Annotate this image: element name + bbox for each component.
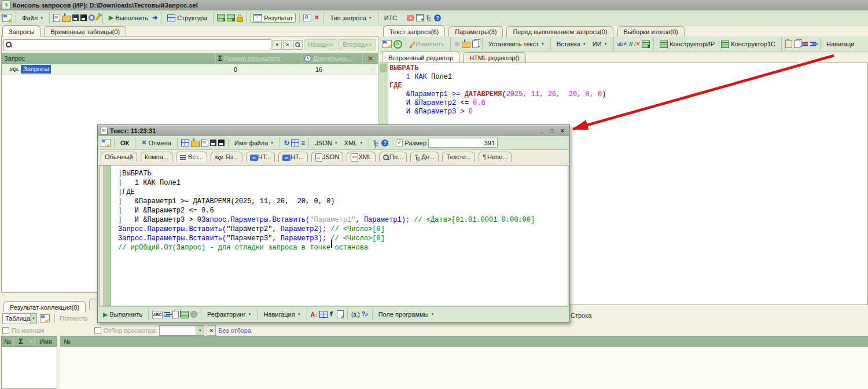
load-file-icon[interactable] [191, 141, 200, 147]
structure-button[interactable]: Структура [165, 14, 209, 22]
ai-menu[interactable]: ИИ▼ [590, 40, 610, 48]
video-icon[interactable] [407, 15, 414, 21]
metadata-tree-icon[interactable] [425, 14, 432, 21]
column-delete[interactable]: ✕ [363, 53, 378, 64]
constructor-ir-button[interactable]: КонструкторИР [657, 40, 717, 49]
run-button[interactable]: ▶Выполнить [101, 310, 145, 319]
query-row[interactable]: SQL Запросы 0 16 ○ [2, 64, 378, 75]
column-k[interactable]: К [28, 336, 35, 346]
tab-queries[interactable]: Запросы [2, 25, 41, 36]
tab-json[interactable]: JSON [311, 152, 343, 162]
cancel-button[interactable]: ✕Отмена [139, 138, 174, 147]
syntax-help-icon[interactable]: ?⌕ [362, 311, 369, 318]
query-type-menu[interactable]: Тип запроса▼ [328, 14, 374, 22]
filter-checkbox[interactable] [94, 327, 101, 334]
form-settings-icon[interactable] [382, 40, 392, 48]
compare-icon[interactable] [319, 311, 328, 318]
column-num[interactable]: № [2, 336, 14, 346]
sort-icon[interactable]: А↓ [311, 311, 318, 318]
font-icon[interactable] [303, 14, 311, 21]
format-table-icon[interactable] [181, 311, 189, 318]
table-3-icon[interactable]: 3 [217, 14, 225, 21]
goto-definition-icon[interactable] [329, 311, 335, 318]
view-select[interactable]: Таблица ▼ [2, 313, 37, 324]
settings-icon[interactable] [89, 14, 95, 21]
tab-plain[interactable]: Обычный [101, 152, 137, 162]
copy-fragment-icon[interactable] [172, 311, 179, 318]
uncomment-icon[interactable]: /✕ [634, 41, 640, 47]
by-names-checkbox[interactable] [2, 327, 9, 334]
run-button[interactable]: ▶Выполнить [106, 13, 150, 22]
tree-icon[interactable] [373, 140, 380, 146]
filter-combo-arrow[interactable]: ▼ [196, 326, 204, 335]
open-file-icon[interactable] [62, 16, 71, 22]
continue-icon[interactable]: ➔ [152, 14, 157, 21]
clear-result-icon[interactable]: ✕ [313, 14, 320, 21]
tab-builtin[interactable]: Вст... [176, 152, 207, 162]
tab-xml[interactable]: <>XML [347, 152, 376, 162]
compare-icon[interactable] [472, 41, 479, 48]
filter-clear-button[interactable]: ✕ [207, 325, 216, 336]
save-icon[interactable] [210, 140, 216, 146]
column-name[interactable]: Имя [35, 336, 57, 346]
comment-icon[interactable]: // [629, 41, 632, 47]
tab-html1[interactable]: mНТ... [246, 152, 275, 162]
tab-search[interactable]: По... [379, 152, 407, 162]
tab-totals[interactable]: Выборки итогов(0) [617, 26, 685, 36]
reload-icon[interactable]: ↻ [284, 139, 289, 147]
save-as-icon[interactable] [80, 14, 87, 21]
size-input[interactable] [428, 138, 498, 148]
console-icon[interactable] [393, 40, 402, 49]
insert-menu[interactable]: Вставка▼ [554, 40, 589, 48]
tab-tree[interactable]: Де... [410, 152, 439, 162]
tab-compact[interactable]: Компа... [141, 152, 172, 162]
column-query[interactable]: Запрос [2, 53, 216, 64]
result-column-num[interactable]: № [64, 338, 71, 345]
tab-text[interactable]: Тексто... [442, 152, 475, 162]
result-button[interactable]: Результат [251, 13, 296, 23]
navigation-menu[interactable]: Навигаци [824, 40, 856, 48]
form-settings-icon[interactable] [2, 14, 12, 22]
search-dropdown-button[interactable]: ▼ [273, 40, 282, 50]
service-icon[interactable] [95, 14, 101, 21]
minimize-button[interactable]: _ [538, 127, 546, 135]
close-button[interactable]: ✕ [558, 127, 567, 135]
json-menu[interactable]: JSON▼ [312, 139, 340, 147]
form-settings-icon[interactable] [101, 139, 111, 147]
tab-nonprint[interactable]: ¶Непе... [479, 152, 512, 162]
tab-sql[interactable]: SQLЯз... [211, 152, 242, 162]
form-settings-icon[interactable] [40, 314, 50, 322]
calendar-add-icon[interactable] [416, 14, 424, 21]
syntax-check-icon[interactable]: АВС [152, 311, 163, 318]
its-button[interactable]: ИТС [382, 14, 400, 22]
tab-builtin-editor[interactable]: Встроенный редактор [382, 52, 459, 63]
set-text-menu[interactable]: Установить текст▼ [486, 40, 547, 48]
edit-button[interactable]: Изменить [410, 40, 447, 48]
help-icon[interactable]: ? [434, 14, 441, 21]
tab-before-run[interactable]: Перед выполнением запроса(0) [506, 26, 613, 36]
view-select-arrow[interactable]: ▼ [30, 314, 36, 324]
tab-parameters[interactable]: Параметры(3) [448, 26, 503, 36]
table-3-icon[interactable]: 3 [642, 41, 650, 48]
help-icon[interactable]: ? [381, 140, 388, 146]
format-block-icon[interactable] [164, 312, 171, 317]
tab-html2[interactable]: mНТ... [278, 152, 308, 162]
paste-icon[interactable] [785, 40, 792, 48]
constructor-1c-button[interactable]: Конструктор1С [719, 40, 778, 49]
table-view-icon[interactable] [291, 140, 299, 146]
save-icon[interactable] [72, 14, 79, 21]
dialog-code-editor[interactable]: |ВЫБРАТЬ| 1 КАК Поле1|ГДЕ| &Параметр1 >=… [99, 165, 568, 306]
dialog-code[interactable]: |ВЫБРАТЬ| 1 КАК Поле1|ГДЕ| &Параметр1 >=… [118, 169, 567, 304]
save-as-icon[interactable] [218, 140, 225, 146]
column-duration[interactable]: Длительнос... [302, 53, 363, 64]
tab-query-text[interactable]: Текст запроса(6) [383, 25, 445, 36]
search-clear-button[interactable]: ✕ [283, 40, 292, 50]
compare-modules-icon[interactable] [181, 140, 189, 146]
refactoring-menu[interactable]: Рефакторинг▼ [205, 310, 253, 318]
indent-icon[interactable] [810, 42, 816, 47]
filter-combo[interactable]: ▼ [159, 325, 204, 336]
expression-icon[interactable]: (а́.) [351, 311, 360, 318]
new-file-icon[interactable] [53, 14, 60, 22]
result-grid-empty[interactable] [60, 347, 868, 389]
program-field-menu[interactable]: Поле программы▼ [376, 310, 437, 318]
